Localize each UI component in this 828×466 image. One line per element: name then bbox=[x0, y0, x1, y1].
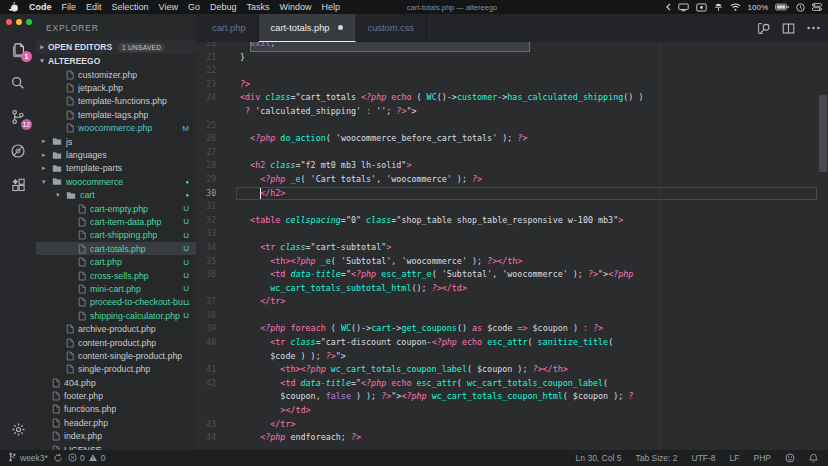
tree-file-proceed-to-checkout-bu-[interactable]: proceed-to-checkout-bu...U bbox=[36, 296, 196, 309]
tree-file-content-product-php[interactable]: content-product.php bbox=[36, 336, 196, 349]
clock-icon[interactable] bbox=[796, 3, 805, 12]
code-line-37[interactable]: 37 </tr> bbox=[196, 295, 828, 309]
app-menu-code[interactable]: Code bbox=[29, 2, 52, 12]
code-line-44[interactable]: 44 <?php endforeach; ?> bbox=[196, 431, 828, 445]
code-line-35[interactable]: 35 <th><?php _e( 'Subtotal', 'woocommerc… bbox=[196, 255, 828, 269]
line-number[interactable] bbox=[196, 105, 240, 119]
tree-folder-woocommerce[interactable]: ▾woocommerce● bbox=[36, 175, 196, 188]
menu-item-view[interactable]: View bbox=[159, 2, 178, 12]
tree-file-woocommerce-php[interactable]: woocommerce.phpM bbox=[36, 122, 196, 135]
tab-cart-totals-php[interactable]: cart-totals.php bbox=[259, 14, 356, 42]
status-lf[interactable]: LF bbox=[730, 453, 740, 463]
line-number[interactable]: 35 bbox=[196, 255, 240, 269]
apple-menu-icon[interactable] bbox=[10, 2, 19, 12]
code-line-32[interactable]: 32 <table cellspacing="0" class="shop_ta… bbox=[196, 214, 828, 228]
chevron-left-icon[interactable] bbox=[666, 3, 671, 11]
line-number[interactable]: 28 bbox=[196, 159, 240, 173]
code-line-26[interactable]: 26 <?php do_action( 'woocommerce_before_… bbox=[196, 132, 828, 146]
code-line-wrap[interactable]: wc_cart_totals_subtotal_html(); ?></td> bbox=[196, 282, 828, 296]
tree-file-jetpack-php[interactable]: jetpack.php bbox=[36, 81, 196, 94]
tree-file-index-php[interactable]: index.php bbox=[36, 430, 196, 443]
sync-changes-button[interactable] bbox=[53, 453, 63, 463]
tree-file-template-functions-php[interactable]: template-functions.php bbox=[36, 95, 196, 108]
tree-file-404-php[interactable]: 404.php bbox=[36, 376, 196, 389]
menu-item-edit[interactable]: Edit bbox=[86, 2, 102, 12]
line-number[interactable] bbox=[196, 390, 240, 404]
more-actions-icon[interactable] bbox=[807, 26, 820, 30]
code-line-wrap[interactable]: ></td> bbox=[196, 404, 828, 418]
bell-icon[interactable] bbox=[809, 453, 818, 463]
line-number[interactable]: 25 bbox=[196, 119, 240, 133]
screen-mirror-icon[interactable] bbox=[696, 3, 707, 12]
tree-file-mini-cart-php[interactable]: mini-cart.phpU bbox=[36, 282, 196, 295]
code-line-28[interactable]: 28 <h2 class="f2 mt0 mb3 lh-solid"> bbox=[196, 159, 828, 173]
code-line-wrap[interactable]: ? 'calculated_shipping' : ''; ?>"> bbox=[196, 105, 828, 119]
code-line-33[interactable]: 33 bbox=[196, 227, 828, 241]
split-editor-icon[interactable] bbox=[782, 22, 795, 35]
line-number[interactable]: 24 bbox=[196, 91, 240, 105]
line-number[interactable]: 36 bbox=[196, 268, 240, 282]
code-line-29[interactable]: 29 <?php _e( 'Cart totals', 'woocommerce… bbox=[196, 173, 828, 187]
problems-item[interactable]: 0 0 bbox=[68, 453, 105, 464]
code-line-31[interactable]: 31 bbox=[196, 200, 828, 214]
tree-file-header-php[interactable]: header.php bbox=[36, 416, 196, 429]
menu-item-tasks[interactable]: Tasks bbox=[246, 2, 269, 12]
menu-item-help[interactable]: Help bbox=[322, 2, 341, 12]
code-line-23[interactable]: 23?> bbox=[196, 78, 828, 92]
code-line-wrap[interactable]: $code ) ); ?>"> bbox=[196, 350, 828, 364]
menu-item-window[interactable]: Window bbox=[279, 2, 311, 12]
code-line-41[interactable]: 41 <th><?php wc_cart_totals_coupon_label… bbox=[196, 363, 828, 377]
line-number[interactable]: 37 bbox=[196, 295, 240, 309]
tree-file-functions-php[interactable]: functions.php bbox=[36, 403, 196, 416]
line-number[interactable]: 40 bbox=[196, 336, 240, 350]
tree-file-content-single-product-php[interactable]: content-single-product.php bbox=[36, 349, 196, 362]
line-number[interactable]: 22 bbox=[196, 64, 240, 78]
status-tab[interactable]: Tab Size: 2 bbox=[635, 453, 677, 463]
activity-search[interactable] bbox=[0, 66, 36, 100]
tree-file-footer-php[interactable]: footer.php bbox=[36, 389, 196, 402]
zoom-window-button[interactable] bbox=[26, 19, 32, 25]
status-ln[interactable]: Ln 30, Col 5 bbox=[576, 453, 622, 463]
tab-custom-css[interactable]: custom.css bbox=[356, 14, 428, 42]
tree-file-cart-item-data-php[interactable]: cart-item-data.phpU bbox=[36, 215, 196, 228]
line-number[interactable]: 23 bbox=[196, 78, 240, 92]
line-number[interactable]: 43 bbox=[196, 418, 240, 432]
code-line-40[interactable]: 40 <tr class="cart-discount coupon-<?php… bbox=[196, 336, 828, 350]
tree-folder-cart[interactable]: ▾cart● bbox=[36, 189, 196, 202]
close-window-button[interactable] bbox=[6, 19, 12, 25]
code-line-34[interactable]: 34 <tr class="cart-subtotal"> bbox=[196, 241, 828, 255]
line-number[interactable]: 41 bbox=[196, 363, 240, 377]
tab-cart-php[interactable]: cart.php bbox=[200, 14, 259, 42]
line-number[interactable]: 30 bbox=[196, 187, 240, 201]
manage-settings-button[interactable] bbox=[0, 412, 36, 446]
activity-extensions[interactable] bbox=[0, 168, 36, 202]
line-number[interactable]: 32 bbox=[196, 214, 240, 228]
wifi-icon[interactable] bbox=[730, 3, 741, 11]
status-php[interactable]: PHP bbox=[754, 453, 771, 463]
line-number[interactable]: 34 bbox=[196, 241, 240, 255]
tree-file-cart-empty-php[interactable]: cart-empty.phpU bbox=[36, 202, 196, 215]
tree-file-single-product-php[interactable]: single-product.php bbox=[36, 363, 196, 376]
activity-files[interactable]: 1 bbox=[0, 32, 36, 66]
tree-file-shipping-calculator-php[interactable]: shipping-calculator.phpU bbox=[36, 309, 196, 322]
menu-item-debug[interactable]: Debug bbox=[210, 2, 237, 12]
editor-scrollbar[interactable] bbox=[819, 95, 827, 172]
code-line-39[interactable]: 39 <?php foreach ( WC()->cart->get_coupo… bbox=[196, 322, 828, 336]
tree-file-template-tags-php[interactable]: template-tags.php bbox=[36, 108, 196, 121]
workspace-root-row[interactable]: ▾ ALTEREEGO bbox=[36, 54, 196, 68]
line-number[interactable] bbox=[196, 350, 240, 364]
tree-file-customizer-php[interactable]: customizer.php bbox=[36, 68, 196, 81]
line-number[interactable]: 26 bbox=[196, 132, 240, 146]
line-number[interactable] bbox=[196, 282, 240, 296]
line-number[interactable] bbox=[196, 404, 240, 418]
code-line-21[interactable]: 21} bbox=[196, 51, 828, 65]
code-line-36[interactable]: 36 <td data-title="<?php esc_attr_e( 'Su… bbox=[196, 268, 828, 282]
status-utf-8[interactable]: UTF-8 bbox=[692, 453, 716, 463]
minimize-window-button[interactable] bbox=[16, 19, 22, 25]
code-line-wrap[interactable]: $coupon, false ) ); ?>"><?php wc_cart_to… bbox=[196, 390, 828, 404]
tree-folder-js[interactable]: ▸js bbox=[36, 135, 196, 148]
line-number[interactable]: 29 bbox=[196, 173, 240, 187]
line-number[interactable]: 27 bbox=[196, 146, 240, 160]
line-number[interactable]: 33 bbox=[196, 227, 240, 241]
line-number[interactable]: 31 bbox=[196, 200, 240, 214]
